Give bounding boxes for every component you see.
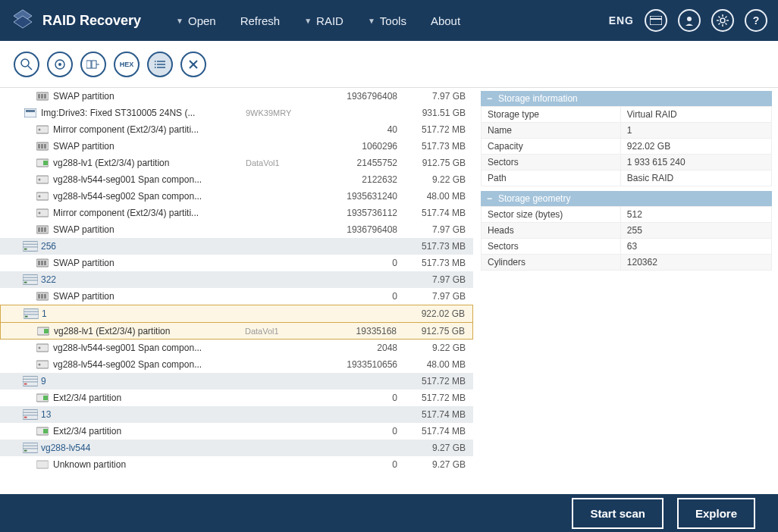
item-sectors: 1936796408 (314, 91, 397, 102)
svg-rect-49 (38, 227, 40, 232)
gear-icon[interactable] (711, 9, 734, 32)
item-sectors: 0 (314, 258, 397, 268)
tool-raid-icon[interactable] (80, 52, 106, 77)
storage-item[interactable]: Ext2/3/4 partition0517.74 MB (0, 423, 473, 440)
storage-item[interactable]: SWAP partition19367964087.97 GB (0, 88, 473, 105)
item-sectors: 1933510656 (314, 359, 397, 370)
item-name: Img:Drive3: Fixed ST310005 24NS (... (41, 108, 246, 118)
tool-list-icon[interactable] (147, 52, 173, 77)
item-name: Ext2/3/4 partition (53, 393, 246, 403)
collapse-icon[interactable]: − (487, 193, 492, 204)
info-label: Capacity (482, 139, 621, 155)
storage-item[interactable]: vg288-lv544-seg001 Span compon...2122632… (0, 171, 473, 188)
group-size: 922.02 GB (397, 308, 465, 319)
storage-tree[interactable]: SWAP partition19367964087.97 GBImg:Drive… (0, 88, 473, 494)
svg-line-12 (719, 23, 720, 25)
info-label: Name (482, 123, 621, 139)
group-size: 517.73 MB (397, 241, 466, 252)
storage-item[interactable]: vg288-lv1 (Ext2/3/4) partitionDataVol119… (0, 323, 473, 340)
storage-group[interactable]: 13517.74 MB (0, 406, 473, 423)
svg-rect-66 (41, 294, 43, 299)
raid-icon (23, 376, 38, 386)
svg-rect-51 (44, 227, 46, 232)
item-sectors: 1935736112 (314, 208, 397, 218)
info-section-storage-header[interactable]: −Storage information (481, 91, 772, 106)
start-scan-button[interactable]: Start scan (572, 498, 663, 529)
svg-point-25 (155, 67, 156, 68)
card-icon[interactable] (645, 9, 667, 32)
menu-about[interactable]: About (419, 14, 472, 27)
app-logo-icon (11, 8, 35, 33)
svg-line-13 (726, 17, 727, 18)
item-name: SWAP partition (53, 224, 246, 235)
storage-group[interactable]: 9517.72 MB (0, 373, 473, 390)
item-name: Mirror component (Ext2/3/4) partiti... (53, 124, 246, 135)
svg-point-23 (155, 61, 156, 62)
storage-group[interactable]: 1922.02 GB (0, 305, 473, 323)
svg-line-15 (28, 66, 32, 70)
storage-item[interactable]: vg288-lv544-seg002 Span compon...1935631… (0, 188, 473, 205)
svg-rect-19 (92, 61, 96, 68)
item-size: 912.75 GB (397, 326, 465, 336)
storage-item[interactable]: SWAP partition07.97 GB (0, 288, 473, 305)
language-selector[interactable]: ENG (609, 14, 634, 27)
storage-item[interactable]: Ext2/3/4 partition0517.72 MB (0, 390, 473, 406)
storage-item[interactable]: SWAP partition0517.73 MB (0, 255, 473, 271)
help-icon[interactable]: ? (745, 9, 767, 32)
storage-item[interactable]: vg288-lv544-seg001 Span compon...20489.2… (0, 340, 473, 356)
explore-button[interactable]: Explore (677, 498, 755, 529)
item-volume-label: DataVol1 (245, 327, 313, 336)
svg-rect-58 (41, 261, 43, 265)
tool-hex-icon[interactable]: HEX (114, 52, 140, 77)
menu-tools[interactable]: ▼Tools (356, 14, 419, 27)
item-name: vg288-lv544-seg001 Span compon... (53, 174, 246, 185)
storage-item[interactable]: Mirror component (Ext2/3/4) partiti...40… (0, 121, 473, 138)
storage-group[interactable]: 3227.97 GB (0, 271, 473, 288)
info-label: Heads (482, 223, 621, 239)
tool-close-icon[interactable] (180, 52, 206, 77)
toolbar: HEX (0, 41, 778, 88)
info-value: 1 933 615 240 (620, 155, 771, 171)
storage-item[interactable]: vg288-lv544-seg002 Span compon...1933510… (0, 356, 473, 373)
item-size: 48.00 MB (397, 359, 466, 370)
group-name: 322 (41, 274, 397, 285)
volume-icon (36, 327, 51, 336)
storage-item[interactable]: SWAP partition19367964087.97 GB (0, 221, 473, 238)
item-sectors: 0 (314, 291, 397, 302)
info-value: 255 (620, 223, 771, 239)
menu-refresh[interactable]: Refresh (228, 14, 293, 27)
info-label: Sectors (482, 239, 621, 255)
volume-icon (35, 225, 50, 234)
content-area: SWAP partition19367964087.97 GBImg:Drive… (0, 88, 778, 494)
info-value: Basic RAID (620, 171, 771, 186)
item-size: 517.74 MB (397, 208, 466, 218)
menu-raid[interactable]: ▼RAID (292, 14, 356, 27)
storage-item[interactable]: Img:Drive3: Fixed ST310005 24NS (...9WK3… (0, 105, 473, 121)
item-sectors: 0 (314, 426, 397, 437)
storage-group[interactable]: vg288-lv5449.27 GB (0, 440, 473, 456)
item-size: 48.00 MB (397, 191, 466, 202)
svg-rect-65 (38, 294, 40, 299)
header-right: ENG ? (609, 9, 767, 32)
info-section-geometry-header[interactable]: −Storage geometry (481, 191, 772, 206)
item-size: 7.97 GB (397, 91, 466, 102)
app-title: RAID Recovery (42, 13, 141, 29)
item-sectors: 1935631240 (314, 191, 397, 202)
item-name: SWAP partition (53, 258, 246, 268)
user-icon[interactable] (678, 9, 701, 32)
storage-item[interactable]: Unknown partition09.27 GB (0, 456, 473, 473)
svg-rect-71 (25, 316, 28, 318)
volume-icon (35, 393, 50, 402)
tool-search-icon[interactable] (14, 52, 39, 77)
tool-scan-icon[interactable] (47, 52, 73, 77)
storage-item[interactable]: Mirror component (Ext2/3/4) partiti...19… (0, 205, 473, 221)
storage-item[interactable]: SWAP partition1060296517.73 MB (0, 138, 473, 155)
collapse-icon[interactable]: − (487, 93, 492, 104)
storage-group[interactable]: 256517.73 MB (0, 238, 473, 255)
svg-rect-2 (650, 16, 662, 25)
item-sectors: 19335168 (313, 326, 397, 336)
svg-rect-81 (24, 383, 27, 385)
storage-item[interactable]: vg288-lv1 (Ext2/3/4) partitionDataVol121… (0, 155, 473, 171)
menu-open[interactable]: ▼Open (164, 14, 228, 27)
item-sectors: 0 (314, 393, 397, 403)
